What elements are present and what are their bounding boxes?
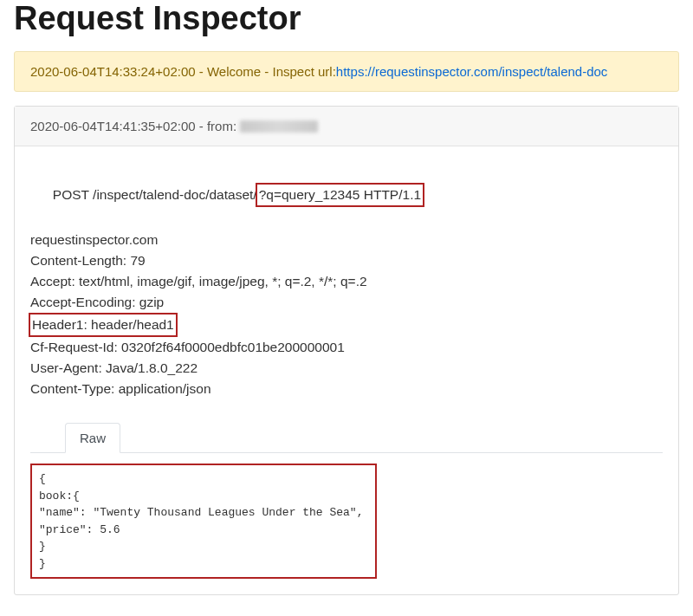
request-line: POST /inspect/talend-doc/dataset/?q=quer… <box>30 162 663 228</box>
request-header: User-Agent: Java/1.8.0_222 <box>30 358 663 379</box>
request-line-query-highlight: ?q=query_12345 HTTP/1.1 <box>256 183 424 207</box>
request-header: Accept-Encoding: gzip <box>30 292 663 313</box>
raw-body-highlight: { book:{ "name": "Twenty Thousand League… <box>30 464 377 579</box>
tab-raw-panel: { book:{ "name": "Twenty Thousand League… <box>30 453 663 579</box>
page-title: Request Inspector <box>14 0 679 37</box>
request-ts: 2020-06-04T14:41:35+02:00 <box>30 119 196 133</box>
request-line-pre: POST /inspect/talend-doc/dataset/ <box>53 187 257 202</box>
request-header: Accept: text/html, image/gif, image/jpeg… <box>30 271 663 292</box>
welcome-ts: 2020-06-04T14:33:24+02:00 <box>30 64 196 79</box>
request-header: Content-Length: 79 <box>30 250 663 271</box>
raw-line: book:{ <box>39 490 80 503</box>
request-header-highlight: Header1: header/head1 <box>30 313 663 337</box>
raw-line: "price": 5.6 <box>39 523 120 536</box>
request-sep: - from: <box>196 119 241 133</box>
raw-line: } <box>39 557 46 570</box>
raw-line: { <box>39 472 46 485</box>
welcome-prefix: - Welcome - Inspect url: <box>196 64 336 79</box>
welcome-text: 2020-06-04T14:33:24+02:00 - Welcome - In… <box>15 52 678 91</box>
header1-highlight: Header1: header/head1 <box>29 313 178 337</box>
body-tabs: Raw <box>30 422 663 453</box>
request-card: 2020-06-04T14:41:35+02:00 - from: POST /… <box>14 106 679 595</box>
client-ip-blurred <box>240 120 318 133</box>
request-body: POST /inspect/talend-doc/dataset/?q=quer… <box>15 146 678 594</box>
raw-line: "name": "Twenty Thousand Leagues Under t… <box>39 506 363 519</box>
request-header: Content-Type: application/json <box>30 379 663 399</box>
request-header: requestinspector.com <box>30 230 663 250</box>
request-meta-header: 2020-06-04T14:41:35+02:00 - from: <box>15 107 678 146</box>
tab-raw[interactable]: Raw <box>65 423 120 453</box>
raw-line: } <box>39 540 46 553</box>
inspect-url-link[interactable]: https://requestinspector.com/inspect/tal… <box>336 64 608 79</box>
body-tabs-wrap: Raw { book:{ "name": "Twenty Thousand Le… <box>30 422 663 579</box>
request-header: Cf-Request-Id: 0320f2f64f0000edbfc01be20… <box>30 337 663 358</box>
welcome-banner: 2020-06-04T14:33:24+02:00 - Welcome - In… <box>14 51 679 92</box>
